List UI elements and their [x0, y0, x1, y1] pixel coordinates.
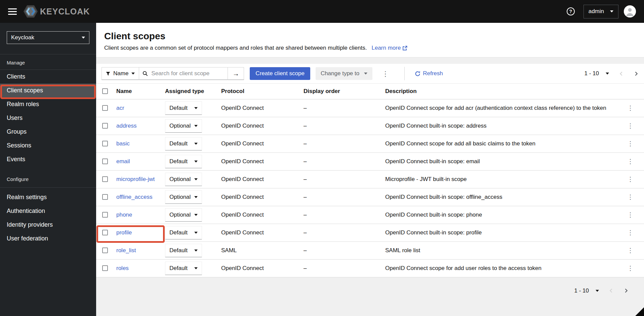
previous-page-icon[interactable]	[609, 288, 614, 293]
assigned-type-dropdown[interactable]: Default	[165, 262, 202, 275]
scope-name-link[interactable]: acr	[116, 105, 124, 111]
scope-name-link[interactable]: email	[116, 158, 130, 165]
page-title: Client scopes	[104, 31, 636, 42]
toolbar-kebab-menu[interactable]: ⋮	[380, 69, 391, 79]
external-link-icon	[402, 46, 407, 51]
assigned-type-dropdown[interactable]: Optional	[165, 190, 202, 204]
row-kebab-menu[interactable]: ⋮	[625, 103, 636, 112]
sidebar-item[interactable]: Users	[0, 111, 96, 125]
content-section: Name → Create client scope Change type t…	[96, 64, 644, 277]
sidebar-item[interactable]: Groups	[0, 125, 96, 139]
next-page-icon[interactable]	[634, 71, 639, 76]
realm-selector[interactable]: Keycloak	[7, 31, 89, 44]
sidebar-item[interactable]: Clients	[0, 70, 96, 84]
column-header-name: Name	[113, 84, 161, 99]
sidebar-item-link[interactable]: User federation	[0, 232, 96, 245]
user-dropdown[interactable]: admin	[583, 5, 618, 18]
filter-type-dropdown[interactable]: Name	[102, 67, 139, 80]
nav-configure-list: Realm settings Authentication Identity p…	[0, 190, 96, 245]
row-checkbox[interactable]	[102, 265, 108, 271]
chevron-down-icon	[194, 214, 198, 216]
assigned-type-dropdown[interactable]: Default	[165, 226, 202, 239]
next-page-icon[interactable]	[623, 288, 629, 293]
avatar[interactable]	[624, 5, 636, 17]
pagination-options-toggle[interactable]	[596, 290, 599, 292]
table-row: email Default OpenID Connect – OpenID Co…	[96, 152, 644, 170]
row-checkbox[interactable]	[102, 176, 108, 182]
sidebar-item[interactable]: Realm settings	[0, 190, 96, 204]
row-checkbox[interactable]	[102, 141, 108, 146]
scope-name-link[interactable]: basic	[116, 140, 130, 147]
row-checkbox[interactable]	[102, 230, 108, 235]
previous-page-icon[interactable]	[619, 71, 624, 76]
sidebar-item-link[interactable]: Clients	[0, 70, 96, 84]
sidebar-item-link[interactable]: Groups	[0, 125, 96, 139]
sidebar-item-link[interactable]: Sessions	[0, 139, 96, 152]
scope-name-link[interactable]: profile	[116, 229, 132, 236]
scope-name-link[interactable]: offline_access	[116, 194, 152, 200]
scope-name-link[interactable]: roles	[116, 265, 129, 271]
sidebar-item[interactable]: Sessions	[0, 139, 96, 152]
scope-name-link[interactable]: phone	[116, 212, 132, 218]
select-all-checkbox[interactable]	[102, 88, 108, 94]
sidebar-item[interactable]: Authentication	[0, 204, 96, 218]
sidebar-item[interactable]: Client scopes	[0, 84, 96, 97]
protocol-cell: OpenID Connect	[218, 99, 300, 117]
row-kebab-menu[interactable]: ⋮	[625, 246, 636, 255]
sidebar-item[interactable]: Realm roles	[0, 97, 96, 111]
sidebar-item[interactable]: User federation	[0, 232, 96, 245]
row-kebab-menu[interactable]: ⋮	[625, 139, 636, 148]
search-submit-button[interactable]: →	[228, 67, 244, 80]
description-cell: OpenID Connect scope for add all basic c…	[382, 135, 618, 152]
refresh-button[interactable]: Refresh	[413, 70, 445, 77]
learn-more-link[interactable]: Learn more	[371, 45, 407, 51]
assigned-type-dropdown[interactable]: Default	[165, 244, 202, 257]
sidebar-item-link[interactable]: Events	[0, 152, 96, 166]
description-cell: OpenID Connect scope for add acr (authen…	[382, 99, 618, 117]
row-kebab-menu[interactable]: ⋮	[625, 192, 636, 201]
assigned-type-dropdown[interactable]: Default	[165, 155, 202, 168]
search-input[interactable]	[151, 70, 224, 77]
assigned-type-dropdown[interactable]: Optional	[165, 173, 202, 186]
hamburger-menu-icon[interactable]	[8, 8, 17, 15]
row-checkbox[interactable]	[102, 123, 108, 129]
sidebar-item[interactable]: Events	[0, 152, 96, 166]
assigned-type-dropdown[interactable]: Optional	[165, 208, 202, 222]
sidebar-item-link[interactable]: Realm roles	[0, 97, 96, 111]
row-kebab-menu[interactable]: ⋮	[625, 157, 636, 166]
help-icon[interactable]: ?	[567, 7, 575, 15]
arrow-right-icon: →	[233, 70, 239, 78]
scope-name-link[interactable]: address	[116, 123, 136, 129]
assigned-type-dropdown[interactable]: Default	[165, 137, 202, 150]
row-checkbox[interactable]	[102, 159, 108, 164]
row-kebab-menu[interactable]: ⋮	[625, 121, 636, 130]
pagination-options-toggle[interactable]	[606, 73, 609, 75]
sidebar-item-link[interactable]: Users	[0, 111, 96, 125]
row-checkbox[interactable]	[102, 212, 108, 218]
bottom-pagination: 1 - 10	[96, 277, 644, 294]
keycloak-logo[interactable]: KEYCLOAK	[24, 4, 90, 18]
row-kebab-menu[interactable]: ⋮	[625, 175, 636, 184]
change-type-dropdown[interactable]: Change type to	[316, 67, 372, 80]
row-kebab-menu[interactable]: ⋮	[625, 264, 636, 273]
sidebar-item-link[interactable]: Authentication	[0, 204, 96, 218]
chevron-down-icon	[194, 178, 198, 180]
row-checkbox[interactable]	[102, 247, 108, 253]
table-row: phone Optional OpenID Connect – OpenID C…	[96, 206, 644, 224]
scope-name-link[interactable]: microprofile-jwt	[116, 176, 155, 182]
page-description: Client scopes are a common set of protoc…	[104, 45, 367, 51]
keycloak-logo-icon	[24, 4, 38, 18]
row-checkbox[interactable]	[102, 194, 108, 200]
assigned-type-dropdown[interactable]: Optional	[165, 119, 202, 133]
sidebar-item[interactable]: Identity providers	[0, 218, 96, 232]
sidebar-item-link[interactable]: Identity providers	[0, 218, 96, 232]
create-client-scope-button[interactable]: Create client scope	[250, 67, 310, 80]
row-kebab-menu[interactable]: ⋮	[625, 228, 636, 237]
row-checkbox[interactable]	[102, 105, 108, 111]
sidebar-item-link[interactable]: Client scopes	[0, 84, 96, 97]
assigned-type-dropdown[interactable]: Default	[165, 101, 202, 115]
chevron-down-icon	[194, 232, 198, 234]
row-kebab-menu[interactable]: ⋮	[625, 210, 636, 219]
sidebar-item-link[interactable]: Realm settings	[0, 190, 96, 204]
scope-name-link[interactable]: role_list	[116, 247, 136, 254]
